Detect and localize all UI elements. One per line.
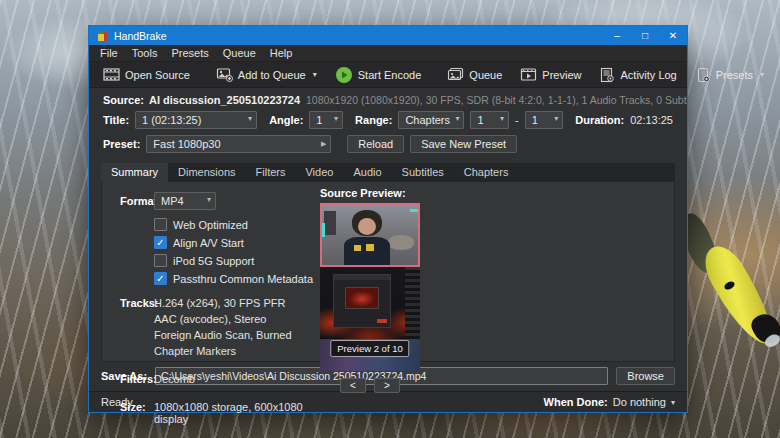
- main-content: Source:AI discussion_2505102237241080x19…: [89, 88, 687, 391]
- align-av-start-checkbox[interactable]: [154, 236, 167, 249]
- tab-summary[interactable]: Summary: [101, 163, 168, 182]
- start-encode-label: Start Encode: [358, 69, 422, 81]
- web-optimized-checkbox[interactable]: [154, 218, 167, 231]
- menu-file[interactable]: File: [93, 45, 125, 61]
- range-start-dropdown[interactable]: 1: [470, 111, 509, 129]
- ipod-5g-option[interactable]: iPod 5G Support: [154, 254, 320, 267]
- range-dash: -: [515, 114, 519, 126]
- align-av-start-label: Align A/V Start: [173, 237, 244, 249]
- filters-label: Filters:: [120, 373, 154, 389]
- preview-button[interactable]: Preview: [512, 63, 589, 87]
- summary-panel: Format: MP4 Web Optimized Align A/V Star…: [101, 182, 675, 362]
- menu-tools[interactable]: Tools: [125, 45, 165, 61]
- source-preview-label: Source Preview:: [320, 187, 430, 199]
- queue-button[interactable]: Queue: [439, 63, 510, 87]
- track-line: Foreign Audio Scan, Burned: [154, 329, 292, 341]
- source-info-row: Source:AI discussion_2505102237241080x19…: [89, 91, 687, 108]
- presets-toolbar-button[interactable]: Presets ▾: [687, 63, 772, 87]
- browse-button[interactable]: Browse: [616, 367, 675, 385]
- add-to-queue-button[interactable]: Add to Queue ▾: [208, 63, 325, 87]
- format-dropdown[interactable]: MP4: [154, 192, 216, 210]
- menu-presets[interactable]: Presets: [164, 45, 215, 61]
- filters-value: Decomb: [154, 373, 195, 385]
- format-label: Format:: [120, 195, 154, 207]
- menu-bar: File Tools Presets Queue Help: [89, 45, 687, 62]
- passthru-metadata-option[interactable]: Passthru Common Metadata: [154, 272, 320, 285]
- preview-next-button[interactable]: >: [374, 378, 400, 393]
- preview-overlay-tick: [410, 209, 418, 212]
- preview-screencast-section: [320, 267, 420, 339]
- tracks-label: Tracks:: [120, 297, 154, 361]
- preview-shirt-print: [366, 244, 374, 251]
- range-end-dropdown[interactable]: 1: [525, 111, 564, 129]
- ipod-5g-checkbox[interactable]: [154, 254, 167, 267]
- menu-help[interactable]: Help: [263, 45, 300, 61]
- minimize-button[interactable]: –: [603, 26, 631, 45]
- format-row: Format: MP4: [120, 192, 320, 210]
- passthru-metadata-label: Passthru Common Metadata: [173, 273, 313, 285]
- preview-bg-pillow: [388, 235, 414, 250]
- title-dropdown-value: 1 (02:13:25): [142, 114, 201, 126]
- tab-filters[interactable]: Filters: [246, 163, 296, 182]
- angle-label: Angle:: [269, 114, 303, 126]
- track-line: H.264 (x264), 30 FPS PFR: [154, 297, 292, 309]
- preview-icon: [520, 67, 537, 82]
- preview-person-shirt: [344, 237, 390, 265]
- preview-chat-column: [405, 267, 420, 339]
- web-optimized-label: Web Optimized: [173, 219, 248, 231]
- web-optimized-option[interactable]: Web Optimized: [154, 218, 320, 231]
- preset-row: Preset: Fast 1080p30 Reload Save New Pre…: [89, 132, 687, 156]
- ipod-5g-label: iPod 5G Support: [173, 255, 254, 267]
- preview-bg-shelf: [324, 211, 336, 235]
- when-done-control[interactable]: When Done: Do nothing ▾: [544, 396, 675, 408]
- preset-dropdown[interactable]: Fast 1080p30: [146, 135, 331, 153]
- reload-button[interactable]: Reload: [347, 135, 404, 153]
- angle-dropdown[interactable]: 1: [309, 111, 343, 129]
- size-value: 1080x1080 storage, 600x1080 display: [154, 401, 320, 425]
- source-details: 1080x1920 (1080x1920), 30 FPS, SDR (8-bi…: [306, 94, 687, 106]
- range-mode-value: Chapters: [405, 114, 450, 126]
- align-av-start-option[interactable]: Align A/V Start: [154, 236, 320, 249]
- track-line: Chapter Markers: [154, 345, 292, 357]
- duration-label: Duration:: [575, 114, 624, 126]
- start-encode-play-icon: [335, 66, 353, 84]
- source-name: AI discussion_250510223724: [149, 94, 300, 106]
- add-to-queue-label: Add to Queue: [238, 69, 306, 81]
- open-source-button[interactable]: Open Source: [95, 63, 198, 87]
- preview-app-window: [333, 274, 391, 328]
- maximize-button[interactable]: □: [631, 26, 659, 45]
- save-new-preset-button[interactable]: Save New Preset: [410, 135, 517, 153]
- activity-log-button[interactable]: Activity Log: [591, 63, 684, 87]
- preview-shirt-print: [354, 245, 361, 251]
- tab-subtitles[interactable]: Subtitles: [392, 163, 454, 182]
- size-label: Size:: [120, 401, 154, 429]
- title-dropdown[interactable]: 1 (02:13:25): [135, 111, 257, 129]
- preview-person-face: [358, 218, 376, 235]
- chevron-down-icon: ▾: [671, 398, 675, 407]
- queue-icon: [447, 67, 464, 82]
- passthru-metadata-checkbox[interactable]: [154, 272, 167, 285]
- tab-chapters[interactable]: Chapters: [454, 163, 519, 182]
- tab-video[interactable]: Video: [295, 163, 343, 182]
- tab-audio[interactable]: Audio: [343, 163, 391, 182]
- queue-label: Queue: [469, 69, 502, 81]
- handbrake-window: HandBrake – □ ✕ File Tools Presets Queue…: [88, 25, 688, 413]
- preview-app-button: [377, 319, 387, 323]
- title-bar[interactable]: HandBrake – □ ✕: [89, 26, 687, 45]
- preview-webcam-section: [320, 203, 420, 267]
- start-encode-button[interactable]: Start Encode: [327, 63, 430, 87]
- when-done-label: When Done:: [544, 396, 608, 408]
- preview-label: Preview: [542, 69, 581, 81]
- summary-left-column: Format: MP4 Web Optimized Align A/V Star…: [120, 192, 320, 429]
- tab-strip: Summary Dimensions Filters Video Audio S…: [101, 163, 675, 182]
- chevron-down-icon: ▾: [313, 70, 317, 79]
- menu-queue[interactable]: Queue: [216, 45, 263, 61]
- preset-dropdown-value: Fast 1080p30: [153, 138, 220, 150]
- close-button[interactable]: ✕: [659, 26, 687, 45]
- preview-prev-button[interactable]: <: [340, 378, 366, 393]
- track-line: AAC (avcodec), Stereo: [154, 313, 292, 325]
- source-preview-image: Preview 2 of 10: [320, 203, 420, 371]
- range-mode-dropdown[interactable]: Chapters: [398, 111, 464, 129]
- preview-overlay-tick: [322, 223, 325, 237]
- tab-dimensions[interactable]: Dimensions: [168, 163, 245, 182]
